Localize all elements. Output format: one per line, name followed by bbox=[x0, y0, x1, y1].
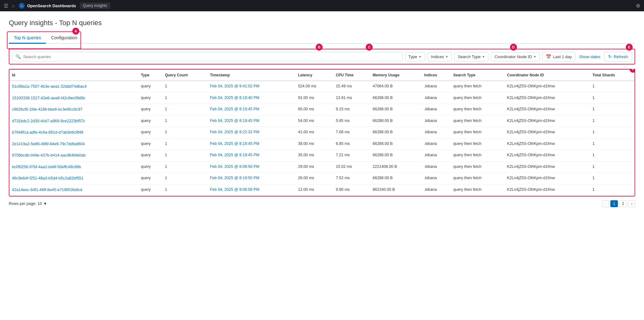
page-2-btn[interactable]: 2 bbox=[619, 200, 627, 207]
badge-B: B bbox=[316, 44, 323, 51]
cell-type: query bbox=[138, 81, 162, 92]
cell-type: query bbox=[138, 161, 162, 173]
refresh-btn[interactable]: ↻ Refresh bbox=[604, 52, 632, 61]
cell-total-shards: 1 bbox=[590, 115, 635, 127]
col-cpu-time: CPU Time bbox=[333, 70, 370, 81]
table-row: c9626cf6-1fde-4186-bbe6-bc3e6fcc6c97 que… bbox=[9, 104, 635, 116]
cell-type: query bbox=[138, 127, 162, 139]
cell-total-shards: 1 bbox=[590, 92, 635, 104]
id-link-9[interactable]: 42a14eec-84f1-46ff-8e45-e719653fa9cd bbox=[12, 188, 82, 192]
cell-timestamp: Feb 04, 2025 @ 8:19:40 PM bbox=[208, 92, 296, 104]
home-icon[interactable]: ⌂ bbox=[12, 3, 14, 8]
id-link-1[interactable]: 15100338-1527-42e6-aea9-f42c9ec09d9c bbox=[12, 96, 86, 100]
id-link-7[interactable]: bc0f0256-97bf-4aa2-bd4f-50effc49c68b bbox=[12, 165, 81, 169]
page-1-btn[interactable]: 1 bbox=[610, 200, 618, 207]
rows-per-page[interactable]: Rows per page: 10 ▼ bbox=[9, 201, 47, 206]
timestamp-link-1[interactable]: Feb 04, 2025 @ 8:19:40 PM bbox=[210, 96, 259, 100]
col-memory-usage: Memory Usage bbox=[370, 70, 422, 81]
cell-query-count: 1 bbox=[162, 150, 207, 162]
table-row: b7648f1a-adfa-4c6a-891d-d7ab3e6c9f48 que… bbox=[9, 127, 635, 139]
cell-total-shards: 1 bbox=[590, 127, 635, 139]
hamburger-icon[interactable]: ☰ bbox=[4, 3, 8, 9]
col-timestamp: Timestamp bbox=[208, 70, 296, 81]
timestamp-link-8[interactable]: Feb 04, 2025 @ 8:19:50 PM bbox=[210, 176, 259, 180]
cell-total-shards: 1 bbox=[590, 104, 635, 116]
cell-indices: .kibana bbox=[422, 81, 451, 92]
breadcrumb-tab[interactable]: Query insights bbox=[80, 3, 110, 9]
type-filter-btn[interactable]: Type ▼ bbox=[405, 52, 425, 61]
cell-search-type: query then fetch bbox=[451, 127, 505, 139]
cell-search-type: query then fetch bbox=[451, 104, 505, 116]
cell-latency: 12.00 ms bbox=[296, 184, 333, 196]
next-page-btn[interactable]: › bbox=[628, 200, 635, 207]
cell-id: bc0f0256-97bf-4aa2-bd4f-50effc49c68b bbox=[9, 161, 138, 173]
tab-top-n-queries[interactable]: Top N queries bbox=[9, 33, 46, 44]
cell-cpu-time: 5.65 ms bbox=[333, 115, 370, 127]
cell-latency: 41.00 ms bbox=[296, 127, 333, 139]
cell-id: d731bdc2-2d30-4cb7-a969-9ce2223bf57c bbox=[9, 115, 138, 127]
cell-timestamp: Feb 04, 2025 @ 8:06:56 PM bbox=[208, 161, 296, 173]
indices-filter-btn[interactable]: Indices ▼ bbox=[428, 52, 452, 61]
cell-memory-usage: 66288.00 B bbox=[370, 138, 422, 150]
search-type-filter-btn[interactable]: Search Type ▼ bbox=[454, 52, 489, 61]
cell-indices: .kibana bbox=[422, 115, 451, 127]
col-search-type: Search Type bbox=[451, 70, 505, 81]
search-icon: 🔍 bbox=[15, 54, 21, 59]
rows-per-page-chevron: ▼ bbox=[43, 201, 47, 206]
cell-indices: .kibana bbox=[422, 161, 451, 173]
cell-memory-usage: 66288.00 B bbox=[370, 127, 422, 139]
timestamp-link-4[interactable]: Feb 04, 2025 @ 8:22:32 PM bbox=[210, 130, 259, 134]
id-link-8[interactable]: 46c9e64f-f251-48a3-b5d4-b5c2a82bf551 bbox=[12, 176, 83, 180]
id-link-5[interactable]: 2e1419a2-5e86-496f-84e9-79c7ddfad604 bbox=[12, 142, 85, 146]
type-label: Type bbox=[408, 54, 417, 59]
cell-query-count: 1 bbox=[162, 173, 207, 185]
cell-id: 42a14eec-84f1-46ff-8e45-e719653fa9cd bbox=[9, 184, 138, 196]
search-box[interactable]: 🔍 bbox=[12, 52, 402, 61]
timestamp-link-2[interactable]: Feb 04, 2025 @ 8:19:45 PM bbox=[210, 107, 259, 111]
coordinator-filter-btn[interactable]: Coordinator Node ID ▼ bbox=[491, 52, 540, 61]
cell-cpu-time: 15.02 ms bbox=[333, 161, 370, 173]
cell-query-count: 1 bbox=[162, 184, 207, 196]
col-id: Id bbox=[9, 70, 138, 81]
logo-text: OpenSearch Dashboards bbox=[27, 3, 76, 8]
cell-latency: 35.00 ms bbox=[296, 150, 333, 162]
col-coordinator-node-id: Coordinator Node ID bbox=[504, 70, 590, 81]
show-dates-btn[interactable]: Show dates bbox=[578, 52, 602, 61]
id-link-2[interactable]: c9626cf6-1fde-4186-bbe6-bc3e6fcc6c97 bbox=[12, 107, 82, 112]
id-link-3[interactable]: d731bdc2-2d30-4cb7-a969-9ce2223bf57c bbox=[12, 119, 85, 123]
timestamp-link-9[interactable]: Feb 04, 2025 @ 8:06:58 PM bbox=[210, 187, 259, 192]
cell-coordinator-node-id: K2Ln4jZ5S-OlhKpm-d1fmw bbox=[504, 173, 590, 185]
refresh-icon: ↻ bbox=[608, 54, 612, 59]
cell-query-count: 1 bbox=[162, 161, 207, 173]
id-link-6[interactable]: 9756bcdb-049e-437b-b414-aac964bfe0ab bbox=[12, 153, 86, 157]
timestamp-link-0[interactable]: Feb 04, 2025 @ 9:41:02 PM bbox=[210, 84, 259, 88]
timestamp-link-3[interactable]: Feb 04, 2025 @ 8:19:45 PM bbox=[210, 119, 259, 123]
timestamp-link-7[interactable]: Feb 04, 2025 @ 8:06:56 PM bbox=[210, 164, 259, 169]
cell-query-count: 1 bbox=[162, 104, 207, 116]
cell-timestamp: Feb 04, 2025 @ 8:19:50 PM bbox=[208, 173, 296, 185]
cell-memory-usage: 2221408.00 B bbox=[370, 161, 422, 173]
settings-icon[interactable]: ⚙ bbox=[636, 3, 640, 9]
search-input[interactable] bbox=[23, 54, 399, 59]
table-row: 15100338-1527-42e6-aea9-f42c9ec09d9c que… bbox=[9, 92, 635, 104]
timestamp-link-6[interactable]: Feb 04, 2025 @ 8:19:45 PM bbox=[210, 153, 259, 157]
cell-latency: 65.00 ms bbox=[296, 104, 333, 116]
indices-label: Indices bbox=[431, 54, 444, 59]
prev-page-btn[interactable]: ‹ bbox=[602, 200, 609, 207]
cell-id: 46c9e64f-f251-48a3-b5d4-b5c2a82bf551 bbox=[9, 173, 138, 185]
cell-search-type: query then fetch bbox=[451, 138, 505, 150]
cell-memory-usage: 66288.00 B bbox=[370, 104, 422, 116]
cell-query-count: 1 bbox=[162, 115, 207, 127]
timestamp-link-5[interactable]: Feb 04, 2025 @ 8:19:45 PM bbox=[210, 141, 259, 146]
time-filter[interactable]: 📅 Last 1 day bbox=[542, 52, 575, 61]
indices-chevron-icon: ▼ bbox=[445, 55, 448, 58]
cell-latency: 29.00 ms bbox=[296, 161, 333, 173]
main-content: Query insights - Top N queries A Top N q… bbox=[0, 11, 644, 320]
id-link-4[interactable]: b7648f1a-adfa-4c6a-891d-d7ab3e6c9f48 bbox=[12, 130, 83, 135]
search-type-chevron-icon: ▼ bbox=[482, 55, 485, 58]
cell-latency: 38.00 ms bbox=[296, 138, 333, 150]
top-nav: ☰ ⌂ OpenSearch Dashboards Query insights… bbox=[0, 0, 644, 11]
cell-memory-usage: 862160.00 B bbox=[370, 184, 422, 196]
id-link-0[interactable]: 51c68a1a-7507-4b3e-aea1-32ddd74dbac4 bbox=[12, 84, 87, 89]
cell-search-type: query then fetch bbox=[451, 150, 505, 162]
